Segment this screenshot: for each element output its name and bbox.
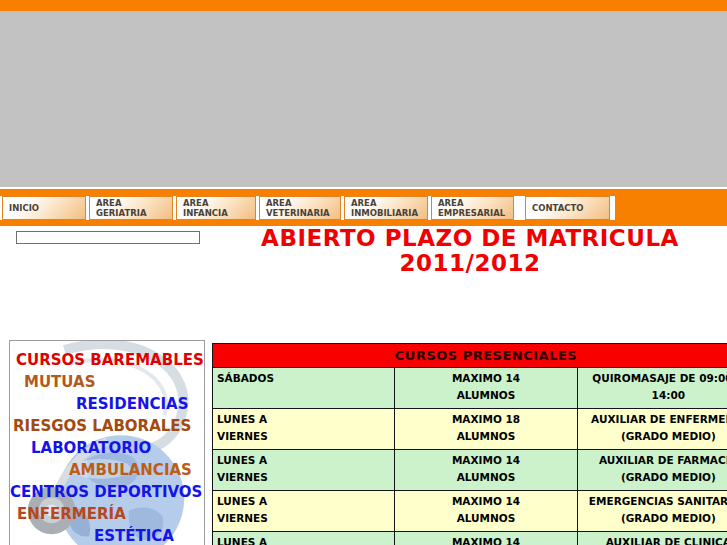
cell-max-line2: ALUMNOS — [396, 469, 575, 486]
nav-tab-contacto[interactable]: CONTACTO — [525, 196, 610, 220]
cell-days-line1: LUNES A — [217, 411, 393, 428]
table-row: LUNES A VIERNES MAXIMO 14 ALUMNOS AUXILI… — [213, 532, 727, 545]
cell-max-line1: MAXIMO 18 — [396, 411, 575, 428]
cell-max-line2: ALUMNOS — [396, 387, 575, 404]
cell-course: AUXILIAR DE FARMACIA (GRADO MEDIO) — [577, 450, 727, 491]
nav-tab-area-infancia[interactable]: AREA INFANCIA — [176, 196, 256, 220]
cell-days-line2: VIERNES — [217, 510, 393, 527]
cell-max-students: MAXIMO 14 ALUMNOS — [395, 450, 577, 491]
header-banner-placeholder — [0, 11, 727, 187]
cell-max-line1: MAXIMO 14 — [396, 534, 575, 545]
cell-max-line2: ALUMNOS — [396, 510, 575, 527]
cell-max-students: MAXIMO 14 ALUMNOS — [395, 368, 577, 409]
cell-days-line2: VIERNES — [217, 428, 393, 445]
courses-table: CURSOS PRESENCIALES SÁBADOS MAXIMO 14 AL… — [212, 343, 727, 545]
courses-table-header-row: CURSOS PRESENCIALES — [213, 344, 727, 368]
cell-course: AUXILIAR DE CLINICA VETERIANRIA (CERT. P… — [577, 532, 727, 545]
nav-tab-inicio[interactable]: INICIO — [2, 196, 86, 220]
nav-tab-area-geriatria[interactable]: AREA GERIATRIA — [89, 196, 173, 220]
cell-max-line1: MAXIMO 14 — [396, 452, 575, 469]
sidebar-link-laboratorio[interactable]: LABORATORIO — [31, 441, 204, 456]
table-row: SÁBADOS MAXIMO 14 ALUMNOS QUIROMASAJE DE… — [213, 368, 727, 409]
sidebar-link-residencias[interactable]: RESIDENCIAS — [76, 397, 204, 412]
cell-max-line1: MAXIMO 14 — [396, 493, 575, 510]
sidebar-course-links: CURSOS BAREMABLES MUTUAS RESIDENCIAS RIE… — [9, 340, 205, 545]
sidebar-link-enfermeria[interactable]: ENFERMERÍA — [17, 507, 204, 522]
cell-max-students: MAXIMO 14 ALUMNOS — [395, 532, 577, 545]
search-input[interactable] — [16, 231, 200, 244]
nav-tab-area-empresarial[interactable]: AREA EMPRESARIAL — [431, 196, 514, 220]
top-orange-strip — [0, 0, 727, 11]
cell-days-line1: LUNES A — [217, 534, 393, 545]
main-navigation: INICIO AREA GERIATRIA AREA INFANCIA AREA… — [0, 189, 727, 226]
page-title-line2: 2011/2012 — [225, 251, 715, 276]
sidebar-link-estetica[interactable]: ESTÉTICA — [94, 529, 204, 544]
nav-right-fill — [615, 189, 727, 226]
cell-days-line2: VIERNES — [217, 469, 393, 486]
cell-days: SÁBADOS — [213, 368, 395, 409]
page-title-line1: ABIERTO PLAZO DE MATRICULA — [225, 226, 715, 251]
courses-table-title: CURSOS PRESENCIALES — [213, 344, 727, 368]
cell-days-line1: LUNES A — [217, 493, 393, 510]
table-row: LUNES A VIERNES MAXIMO 14 ALUMNOS AUXILI… — [213, 450, 727, 491]
sidebar-link-list: CURSOS BAREMABLES MUTUAS RESIDENCIAS RIE… — [10, 341, 204, 544]
nav-tab-area-veterinaria[interactable]: AREA VETERINARIA — [259, 196, 341, 220]
cell-days: LUNES A VIERNES — [213, 532, 395, 545]
sidebar-link-mutuas[interactable]: MUTUAS — [24, 375, 204, 390]
cell-days-line1: SÁBADOS — [217, 370, 393, 387]
page-title: ABIERTO PLAZO DE MATRICULA 2011/2012 — [225, 226, 715, 276]
cell-days: LUNES A VIERNES — [213, 491, 395, 532]
cell-max-students: MAXIMO 18 ALUMNOS — [395, 409, 577, 450]
cell-course: EMERGENCIAS SANITARIAS (GRADO MEDIO) — [577, 491, 727, 532]
cell-course: AUXILIAR DE ENFERMERIA (GRADO MEDIO) — [577, 409, 727, 450]
cell-course: QUIROMASAJE DE 09:00 A 14:00 — [577, 368, 727, 409]
cell-max-line1: MAXIMO 14 — [396, 370, 575, 387]
cell-days: LUNES A VIERNES — [213, 409, 395, 450]
sidebar-link-ambulancias[interactable]: AMBULANCIAS — [69, 463, 204, 478]
sidebar-link-cursos-baremables[interactable]: CURSOS BAREMABLES — [16, 353, 204, 368]
nav-tabs: INICIO AREA GERIATRIA AREA INFANCIA AREA… — [2, 196, 610, 220]
table-row: LUNES A VIERNES MAXIMO 14 ALUMNOS EMERGE… — [213, 491, 727, 532]
cell-days-line1: LUNES A — [217, 452, 393, 469]
cell-max-students: MAXIMO 14 ALUMNOS — [395, 491, 577, 532]
sidebar-link-riesgos-laborales[interactable]: RIESGOS LABORALES — [13, 419, 204, 434]
cell-max-line2: ALUMNOS — [396, 428, 575, 445]
nav-tab-area-inmobiliaria[interactable]: AREA INMOBILIARIA — [344, 196, 428, 220]
sidebar-link-centros-deportivos[interactable]: CENTROS DEPORTIVOS — [10, 485, 204, 500]
cell-days: LUNES A VIERNES — [213, 450, 395, 491]
table-row: LUNES A VIERNES MAXIMO 18 ALUMNOS AUXILI… — [213, 409, 727, 450]
